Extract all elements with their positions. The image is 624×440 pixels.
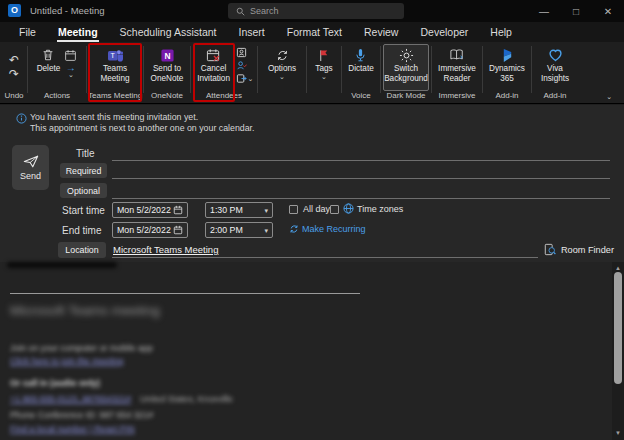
message-body[interactable]: Microsoft Teams meeting Join on your com… bbox=[0, 262, 612, 440]
tab-scheduling-assistant[interactable]: Scheduling Assistant bbox=[109, 22, 228, 42]
maximize-button[interactable]: □ bbox=[560, 0, 592, 22]
join-instruction-text: Join on your computer or mobile app bbox=[10, 343, 153, 353]
sync-arrows-icon bbox=[276, 46, 289, 64]
send-to-onenote-button[interactable]: N Send to OneNote bbox=[146, 44, 188, 91]
phone-number-link[interactable]: +1 865-555-0123,,987654321# bbox=[10, 394, 131, 404]
minimize-button[interactable]: — bbox=[528, 0, 560, 22]
group-label-undo: Undo bbox=[2, 91, 26, 103]
info-line-2: This appointment is next to another one … bbox=[30, 123, 254, 133]
immersive-reader-button[interactable]: Immersive Reader bbox=[434, 44, 480, 91]
body-divider bbox=[10, 293, 360, 294]
scroll-up-icon[interactable]: ▲ bbox=[612, 265, 624, 271]
optional-button[interactable]: Optional bbox=[60, 183, 107, 198]
cancel-calendar-icon bbox=[206, 46, 221, 64]
group-separator bbox=[380, 46, 381, 93]
ribbon-group-voice: Dictate Voice bbox=[343, 42, 379, 103]
room-finder-button[interactable]: Room Finder bbox=[544, 243, 614, 256]
tab-meeting[interactable]: Meeting bbox=[47, 22, 109, 42]
location-button[interactable]: Location bbox=[58, 242, 106, 258]
redo-icon[interactable]: ↷ bbox=[9, 69, 19, 80]
all-day-checkbox[interactable] bbox=[289, 205, 298, 214]
body-scrollbar[interactable]: ▲ ▼ bbox=[612, 262, 624, 440]
svg-text:N: N bbox=[164, 50, 170, 60]
switch-background-button[interactable]: Switch Background bbox=[383, 44, 429, 91]
ribbon-group-actions: Delete → ⌄ Actions bbox=[29, 42, 85, 103]
ribbon-group-options: Options ⌄ bbox=[259, 42, 305, 103]
send-button[interactable]: Send bbox=[12, 145, 49, 190]
call-in-text: Or call in (audio only) bbox=[10, 378, 100, 388]
scrollbar-thumb[interactable] bbox=[614, 272, 622, 384]
title-input[interactable] bbox=[112, 145, 610, 161]
tab-review[interactable]: Review bbox=[353, 22, 409, 42]
ribbon-group-tags: Tags ⌄ bbox=[308, 42, 340, 103]
tab-format-text[interactable]: Format Text bbox=[276, 22, 353, 42]
tab-help[interactable]: Help bbox=[479, 22, 523, 42]
end-time-picker[interactable]: 2:00 PM ▾ bbox=[205, 222, 273, 238]
info-icon bbox=[16, 113, 27, 124]
tags-button[interactable]: Tags ⌄ bbox=[315, 44, 332, 91]
scroll-down-icon[interactable]: ▼ bbox=[612, 430, 624, 436]
tab-insert[interactable]: Insert bbox=[228, 22, 276, 42]
options-button[interactable]: Options ⌄ bbox=[268, 44, 296, 91]
optional-attendees-input[interactable] bbox=[112, 183, 610, 199]
teams-icon: T bbox=[107, 46, 124, 64]
window-controls: — □ ✕ bbox=[528, 0, 624, 22]
svg-text:T: T bbox=[110, 52, 115, 59]
search-input[interactable]: Search bbox=[228, 3, 404, 19]
group-separator bbox=[27, 46, 28, 93]
flag-icon bbox=[318, 46, 330, 64]
search-icon bbox=[236, 7, 245, 16]
address-book-button[interactable] bbox=[236, 47, 254, 58]
teams-meeting-heading: Microsoft Teams meeting bbox=[10, 303, 160, 318]
required-attendees-input[interactable] bbox=[112, 163, 610, 179]
cancel-invitation-button[interactable]: Cancel Invitation bbox=[195, 44, 233, 91]
group-label-addin-1: Add-in bbox=[484, 91, 530, 103]
person-check-icon bbox=[236, 60, 247, 71]
tab-developer[interactable]: Developer bbox=[409, 22, 479, 42]
attendees-small-buttons: ⌄ bbox=[236, 44, 254, 91]
collapse-ribbon-icon[interactable]: ⌄ bbox=[606, 94, 612, 99]
conference-id-text: Phone Conference ID: 987 654 321# bbox=[10, 410, 153, 420]
book-speaker-icon bbox=[449, 46, 465, 64]
dictate-button[interactable]: Dictate bbox=[348, 44, 373, 91]
delete-button[interactable]: Delete bbox=[37, 44, 61, 91]
meeting-actions-button[interactable]: → ⌄ bbox=[64, 44, 77, 91]
teams-meeting-button[interactable]: T Teams Meeting bbox=[89, 44, 141, 91]
viva-insights-button[interactable]: Viva Insights bbox=[533, 44, 577, 91]
tab-file[interactable]: File bbox=[8, 22, 47, 42]
group-label-onenote: OneNote bbox=[145, 91, 189, 103]
time-zones-checkbox[interactable] bbox=[330, 205, 339, 214]
start-date-picker[interactable]: Mon 5/2/2022 bbox=[112, 202, 188, 218]
start-time-picker[interactable]: 1:30 PM ▾ bbox=[205, 202, 273, 218]
footer-links[interactable]: Find a local number | Reset PIN bbox=[10, 424, 135, 434]
group-separator bbox=[86, 46, 87, 93]
start-time-label: Start time bbox=[62, 205, 105, 216]
ribbon-group-onenote: N Send to OneNote OneNote bbox=[145, 42, 189, 103]
window-title: Untitled - Meeting bbox=[30, 5, 104, 16]
info-line-1: You haven't sent this meeting invitation… bbox=[30, 112, 198, 122]
all-day-label: All day bbox=[303, 204, 330, 214]
group-separator bbox=[306, 46, 307, 93]
chevron-down-icon: ⌄ bbox=[279, 74, 285, 79]
contact-card-icon bbox=[236, 47, 247, 58]
undo-icon[interactable]: ↶ bbox=[9, 55, 19, 66]
sun-icon bbox=[399, 46, 414, 64]
meeting-form: Send Title Required Optional Start time … bbox=[0, 140, 624, 262]
location-input[interactable] bbox=[112, 241, 538, 258]
response-options-button[interactable]: ⌄ bbox=[236, 73, 254, 84]
check-names-button[interactable] bbox=[236, 60, 254, 71]
dynamics-365-icon bbox=[501, 46, 514, 64]
required-button[interactable]: Required bbox=[60, 163, 107, 178]
room-finder-icon bbox=[544, 243, 556, 256]
group-label-voice: Voice bbox=[343, 91, 379, 103]
make-recurring-link[interactable]: Make Recurring bbox=[289, 224, 366, 234]
ribbon-group-viva: Viva Insights Add-in bbox=[533, 42, 577, 103]
close-button[interactable]: ✕ bbox=[592, 0, 624, 22]
group-label-options bbox=[259, 91, 305, 103]
end-date-picker[interactable]: Mon 5/2/2022 bbox=[112, 222, 188, 238]
group-label-addin-2: Add-in bbox=[533, 91, 577, 103]
dynamics-365-button[interactable]: Dynamics 365 bbox=[484, 44, 530, 91]
group-separator bbox=[257, 46, 258, 93]
group-separator bbox=[190, 46, 191, 93]
join-meeting-link[interactable]: Click here to join the meeting bbox=[10, 356, 123, 366]
